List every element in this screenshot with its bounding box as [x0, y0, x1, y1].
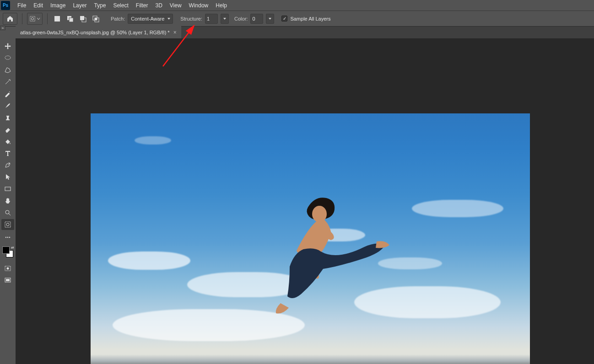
panel-collapse-handle[interactable]: » — [0, 26, 5, 30]
color-input[interactable]: 0 — [250, 14, 263, 24]
svg-point-12 — [5, 210, 9, 214]
structure-stepper[interactable] — [221, 14, 229, 24]
document-tab-title: atlas-green-0wtaJS_nxBQ-unsplash.jpg @ 5… — [20, 30, 170, 35]
tool-preset-picker[interactable] — [27, 13, 43, 25]
brush-icon — [4, 102, 11, 109]
new-selection-button[interactable] — [52, 14, 62, 24]
type-tool[interactable] — [1, 148, 14, 159]
document-canvas[interactable] — [91, 113, 530, 364]
screen-mode-icon — [4, 277, 11, 284]
image-content — [108, 252, 190, 270]
patch-mode-select[interactable]: Content-Aware — [128, 14, 173, 24]
divider — [22, 13, 22, 24]
gradient-tool[interactable] — [1, 136, 14, 147]
svg-rect-13 — [5, 222, 11, 227]
svg-point-10 — [5, 56, 11, 59]
clone-stamp-tool[interactable] — [1, 112, 14, 123]
type-icon — [4, 150, 11, 157]
foreground-color-swatch[interactable] — [2, 246, 10, 254]
menu-view[interactable]: View — [166, 0, 185, 11]
quick-mask-toggle[interactable] — [1, 263, 14, 274]
menu-help[interactable]: Help — [212, 0, 231, 11]
home-icon — [6, 15, 14, 22]
svg-rect-21 — [6, 279, 10, 281]
move-tool[interactable] — [1, 41, 14, 52]
menu-image[interactable]: Image — [47, 0, 69, 11]
image-content — [135, 136, 171, 145]
patch-mode-value: Content-Aware — [131, 16, 164, 21]
options-bar: Patch: Content-Aware Structure: 1 Color:… — [0, 11, 594, 27]
quick-mask-icon — [4, 265, 11, 272]
intersect-selection-button[interactable] — [91, 14, 101, 24]
menu-filter[interactable]: Filter — [132, 0, 152, 11]
path-selection-tool[interactable] — [1, 171, 14, 182]
eraser-icon — [4, 126, 11, 133]
patch-tool-icon — [29, 16, 36, 22]
ellipsis-icon — [4, 234, 11, 241]
eraser-tool[interactable] — [1, 124, 14, 135]
hand-tool[interactable] — [1, 195, 14, 206]
menu-edit[interactable]: Edit — [30, 0, 47, 11]
structure-input[interactable]: 1 — [205, 14, 218, 24]
swap-colors-icon[interactable]: ⇄ — [11, 246, 14, 250]
home-button[interactable] — [3, 13, 17, 25]
magic-wand-tool[interactable] — [1, 76, 14, 87]
selection-add-icon — [66, 15, 74, 22]
eyedropper-icon — [4, 90, 11, 97]
image-content — [274, 196, 393, 324]
rectangle-icon — [4, 185, 11, 193]
arrow-cursor-icon — [4, 173, 11, 181]
zoom-icon — [4, 209, 11, 216]
menu-bar: Ps File Edit Image Layer Type Select Fil… — [0, 0, 594, 11]
patch-tool[interactable] — [1, 219, 14, 230]
app-logo: Ps — [1, 1, 10, 10]
image-content — [91, 354, 530, 364]
edit-toolbar-button[interactable] — [1, 232, 14, 243]
lasso-tool[interactable] — [1, 53, 14, 64]
sample-all-layers-label: Sample All Layers — [290, 16, 330, 21]
add-selection-button[interactable] — [65, 14, 75, 24]
rectangle-tool[interactable] — [1, 183, 14, 194]
image-content — [412, 200, 503, 217]
screen-mode-toggle[interactable] — [1, 275, 14, 286]
color-stepper[interactable] — [266, 14, 274, 24]
menu-layer[interactable]: Layer — [69, 0, 90, 11]
tools-panel: ⇄ — [0, 39, 16, 364]
magic-wand-icon — [4, 78, 11, 86]
zoom-tool[interactable] — [1, 207, 14, 218]
polygonal-lasso-tool[interactable] — [1, 64, 14, 75]
menu-file[interactable]: File — [14, 0, 30, 11]
menu-select[interactable]: Select — [109, 0, 132, 11]
chevron-down-icon — [37, 17, 40, 21]
subtract-selection-button[interactable] — [78, 14, 88, 24]
structure-label: Structure: — [180, 16, 202, 21]
patch-icon — [4, 221, 11, 228]
document-tab[interactable]: atlas-green-0wtaJS_nxBQ-unsplash.jpg @ 5… — [16, 26, 181, 38]
svg-point-1 — [31, 17, 33, 20]
document-tab-bar: atlas-green-0wtaJS_nxBQ-unsplash.jpg @ 5… — [16, 27, 594, 39]
selection-subtract-icon — [79, 15, 86, 22]
close-tab-button[interactable]: × — [173, 29, 177, 36]
menu-3d[interactable]: 3D — [151, 0, 166, 11]
menu-type[interactable]: Type — [90, 0, 109, 11]
pen-tool[interactable] — [1, 160, 14, 171]
svg-point-14 — [6, 223, 9, 226]
sample-all-layers-checkbox[interactable] — [281, 16, 287, 21]
canvas-area[interactable] — [16, 39, 594, 364]
svg-rect-2 — [54, 16, 60, 21]
polygonal-lasso-icon — [4, 66, 11, 74]
foreground-background-colors[interactable]: ⇄ — [1, 246, 14, 258]
pen-icon — [4, 161, 11, 169]
svg-rect-0 — [30, 16, 35, 21]
svg-point-17 — [9, 237, 10, 238]
svg-point-15 — [5, 237, 6, 238]
paint-bucket-icon — [4, 138, 11, 145]
svg-rect-9 — [95, 18, 97, 20]
menu-window[interactable]: Window — [185, 0, 212, 11]
lasso-icon — [4, 54, 11, 62]
color-label: Color: — [234, 16, 248, 21]
svg-rect-4 — [69, 18, 73, 22]
brush-tool[interactable] — [1, 100, 14, 111]
eyedropper-tool[interactable] — [1, 88, 14, 99]
selection-new-icon — [54, 15, 61, 22]
